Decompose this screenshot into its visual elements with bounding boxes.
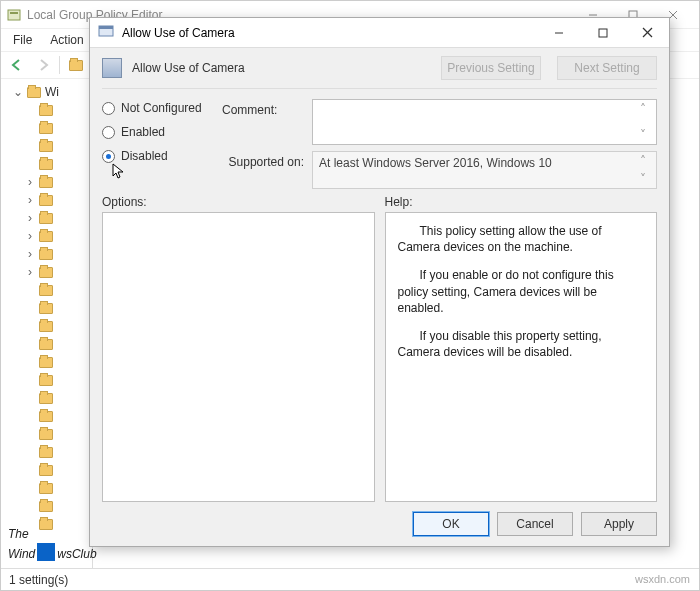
dialog-panes: Options: Help: This policy setting allow…: [90, 189, 669, 502]
tree-node[interactable]: [1, 389, 92, 407]
tree-node[interactable]: [1, 335, 92, 353]
tree-node[interactable]: [1, 443, 92, 461]
tree-node[interactable]: ›: [1, 173, 92, 191]
folder-icon: [39, 213, 53, 224]
folder-icon: [39, 249, 53, 260]
folder-icon: [39, 285, 53, 296]
toolbar-folder-icon[interactable]: [66, 55, 86, 75]
folder-icon: [39, 105, 53, 116]
tree-node[interactable]: [1, 299, 92, 317]
policy-name: Allow Use of Camera: [132, 61, 425, 75]
folder-icon: [39, 159, 53, 170]
help-pane: Help: This policy setting allow the use …: [385, 195, 658, 502]
dialog-config-area: Not Configured Enabled Disabled Comment:…: [90, 93, 669, 189]
expand-icon[interactable]: ›: [25, 247, 35, 261]
folder-icon: [39, 465, 53, 476]
previous-setting-button[interactable]: Previous Setting: [441, 56, 541, 80]
tree-node[interactable]: [1, 479, 92, 497]
help-paragraph: This policy setting allow the use of Cam…: [398, 223, 645, 255]
folder-icon: [39, 231, 53, 242]
help-box[interactable]: This policy setting allow the use of Cam…: [385, 212, 658, 502]
tree-node[interactable]: ›: [1, 191, 92, 209]
watermark-url: wsxdn.com: [635, 573, 690, 585]
tree-node[interactable]: ›: [1, 227, 92, 245]
radio-icon: [102, 150, 115, 163]
tree-node[interactable]: [1, 119, 92, 137]
help-label: Help:: [385, 195, 658, 209]
apply-button[interactable]: Apply: [581, 512, 657, 536]
expand-icon[interactable]: ›: [25, 211, 35, 225]
tree-node[interactable]: ›: [1, 245, 92, 263]
radio-label: Not Configured: [121, 101, 202, 115]
watermark-line1: The: [8, 528, 97, 541]
radio-enabled[interactable]: Enabled: [102, 125, 222, 139]
options-label: Options:: [102, 195, 375, 209]
scrollbar[interactable]: ˄˅: [640, 154, 654, 186]
expand-icon[interactable]: ›: [25, 265, 35, 279]
dialog-titlebar[interactable]: Allow Use of Camera: [90, 18, 669, 48]
tree-node[interactable]: [1, 101, 92, 119]
tree-node[interactable]: [1, 407, 92, 425]
folder-icon: [39, 483, 53, 494]
comment-textarea[interactable]: ˄˅: [312, 99, 657, 145]
supported-on-label: Supported on:: [222, 151, 304, 189]
tree-node[interactable]: [1, 461, 92, 479]
radio-icon: [102, 126, 115, 139]
tree-node[interactable]: ›: [1, 263, 92, 281]
svg-rect-0: [8, 10, 20, 20]
tree-node[interactable]: [1, 317, 92, 335]
radio-label: Enabled: [121, 125, 165, 139]
tree-node[interactable]: [1, 497, 92, 515]
comment-label: Comment:: [222, 99, 304, 145]
tree-node[interactable]: [1, 281, 92, 299]
toolbar-separator: [59, 56, 60, 74]
scrollbar[interactable]: ˄˅: [640, 102, 654, 142]
radio-label: Disabled: [121, 149, 168, 163]
gpedit-app-icon: [7, 8, 21, 22]
tree-node[interactable]: [1, 137, 92, 155]
next-setting-button[interactable]: Next Setting: [557, 56, 657, 80]
watermark-thewindowsclub: The WindwsClub: [8, 528, 97, 561]
toolbar-back-icon[interactable]: [7, 55, 27, 75]
dialog-minimize-button[interactable]: [537, 19, 581, 47]
gpedit-statusbar: 1 setting(s): [1, 568, 699, 590]
dialog-maximize-button[interactable]: [581, 19, 625, 47]
comment-field: Comment: ˄˅: [222, 99, 657, 145]
menu-action[interactable]: Action: [42, 31, 91, 49]
svg-rect-1: [10, 12, 18, 14]
folder-icon: [39, 447, 53, 458]
expand-icon[interactable]: ⌄: [13, 85, 23, 99]
dialog-title-text: Allow Use of Camera: [122, 26, 235, 40]
expand-icon[interactable]: ›: [25, 193, 35, 207]
cancel-button[interactable]: Cancel: [497, 512, 573, 536]
tree-node[interactable]: [1, 155, 92, 173]
options-box[interactable]: [102, 212, 375, 502]
tree-node[interactable]: ›: [1, 209, 92, 227]
tree-node[interactable]: [1, 371, 92, 389]
folder-icon: [39, 177, 53, 188]
expand-icon[interactable]: ›: [25, 175, 35, 189]
dialog-app-icon: [98, 23, 114, 42]
folder-icon: [39, 195, 53, 206]
expand-icon[interactable]: ›: [25, 229, 35, 243]
ok-button[interactable]: OK: [413, 512, 489, 536]
supported-on-box: At least Windows Server 2016, Windows 10…: [312, 151, 657, 189]
folder-icon: [39, 375, 53, 386]
folder-icon: [39, 267, 53, 278]
policy-dialog: Allow Use of Camera Allow Use of Camera …: [89, 17, 670, 547]
radio-not-configured[interactable]: Not Configured: [102, 101, 222, 115]
folder-icon: [39, 357, 53, 368]
menu-file[interactable]: File: [5, 31, 40, 49]
dialog-close-button[interactable]: [625, 19, 669, 47]
tree-node[interactable]: [1, 353, 92, 371]
folder-icon: [39, 321, 53, 332]
folder-icon: [39, 123, 53, 134]
policy-icon: [102, 58, 122, 78]
dialog-footer: OK Cancel Apply: [90, 502, 669, 546]
radio-disabled[interactable]: Disabled: [102, 149, 222, 163]
tree-node[interactable]: [1, 425, 92, 443]
tree-panel[interactable]: ⌄ Wi // placeholder handled after JSON l…: [1, 81, 93, 568]
toolbar-forward-icon[interactable]: [33, 55, 53, 75]
supported-on-field: Supported on: At least Windows Server 20…: [222, 151, 657, 189]
tree-node-root[interactable]: ⌄ Wi: [1, 83, 92, 101]
